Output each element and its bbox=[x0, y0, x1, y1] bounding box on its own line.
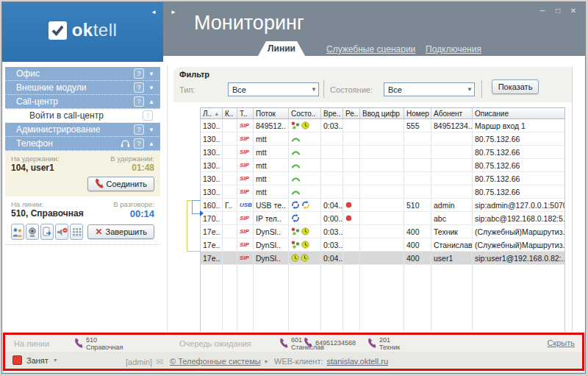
column-header[interactable]: Поток bbox=[254, 108, 289, 118]
oktell-logo: oktell bbox=[2, 2, 163, 40]
tab-connections[interactable]: Подключения bbox=[426, 44, 481, 54]
phone-systems-link[interactable]: © Телефонные системы bbox=[170, 357, 261, 366]
table-row[interactable]: 17e..SIPDynSl..0:04..400user1sip:user1@1… bbox=[201, 252, 564, 265]
status-selector[interactable]: Занят ▼ bbox=[12, 355, 58, 365]
column-header[interactable]: К.. bbox=[223, 108, 237, 118]
state-cell bbox=[289, 199, 321, 211]
column-header[interactable]: Вре.. bbox=[321, 108, 343, 118]
sidebar-item[interactable]: Администрирование?▼ bbox=[5, 123, 160, 137]
help-icon[interactable]: ? bbox=[134, 124, 144, 135]
record-cell bbox=[343, 199, 360, 211]
record-cell bbox=[343, 252, 360, 264]
connect-button[interactable]: Соединить bbox=[87, 177, 155, 191]
column-header[interactable]: Ввод цифр bbox=[360, 108, 404, 118]
table-cell bbox=[223, 159, 237, 171]
table-row[interactable]: 130..SIPmtt80.75.132.66 bbox=[201, 172, 564, 185]
sort-asc-icon: ▲ bbox=[214, 111, 219, 116]
empty-cell bbox=[431, 265, 473, 332]
state-route-icon bbox=[291, 121, 300, 130]
table-cell: (Служебный)Маршрутиз.. bbox=[473, 225, 564, 238]
record-cell bbox=[343, 172, 360, 185]
table-cell bbox=[360, 238, 404, 251]
column-header[interactable]: Т.. bbox=[237, 108, 254, 118]
sidebar-menu: Офис?▼Внешние модули?▼Call-центр?▲Войти … bbox=[5, 67, 160, 151]
table-cell: 130.. bbox=[201, 172, 223, 185]
table-cell bbox=[404, 212, 431, 224]
collapse-left-icon[interactable]: ◄ bbox=[151, 10, 157, 15]
help-icon[interactable]: ? bbox=[134, 138, 144, 149]
end-call-button[interactable]: ✕ Завершить bbox=[87, 224, 154, 239]
line-type-cell: SIP bbox=[237, 225, 254, 238]
record-icon bbox=[345, 202, 352, 208]
close-button[interactable]: ✕ bbox=[567, 6, 579, 16]
table-row[interactable]: 130..SIPmtt80.75.132.66 bbox=[201, 159, 564, 172]
column-header[interactable]: Ре.. bbox=[343, 108, 360, 118]
sidebar-item[interactable]: Офис?▼ bbox=[5, 67, 160, 81]
table-cell: 0:04.. bbox=[321, 199, 343, 211]
collapse-right-icon[interactable]: ► bbox=[171, 10, 176, 15]
state-select[interactable]: Все▼ bbox=[384, 82, 475, 96]
conference-button[interactable] bbox=[11, 224, 24, 240]
maximize-button[interactable]: □ bbox=[552, 6, 564, 16]
keypad-button[interactable] bbox=[70, 224, 83, 240]
sidebar-item[interactable]: Телефон?▲ bbox=[5, 137, 160, 151]
mute-button[interactable] bbox=[55, 224, 68, 240]
web-client-link[interactable]: stanislav.oktell.ru bbox=[327, 357, 389, 366]
table-row[interactable]: 130..SIPmtt80.75.132.66 bbox=[201, 146, 564, 159]
table-row[interactable]: 130..SIPmtt80.75.132.66 bbox=[201, 132, 564, 146]
sip-badge: SIP bbox=[240, 188, 249, 195]
table-row[interactable]: 17e..SIPDynSl..0:03..400Станислав(Служеб… bbox=[201, 238, 564, 252]
help-icon[interactable]: ? bbox=[134, 96, 144, 107]
minimize-button[interactable]: ─ bbox=[537, 6, 548, 16]
panel-divider bbox=[167, 65, 168, 333]
sidebar-item-label: Офис bbox=[16, 68, 134, 79]
table-cell bbox=[223, 252, 237, 264]
table-cell: DynSl.. bbox=[254, 225, 289, 238]
record-cell bbox=[343, 146, 360, 158]
table-cell bbox=[404, 185, 431, 198]
table-row[interactable]: 130..SIP849512..0:03..55584951234..Маршр… bbox=[201, 119, 564, 132]
column-header[interactable]: Описание bbox=[473, 108, 564, 118]
sip-badge: SIP bbox=[240, 241, 249, 248]
help-icon[interactable]: ? bbox=[134, 68, 144, 79]
table-row[interactable]: 17e..SIPDynSl..0:03..400Техник(Служебный… bbox=[201, 225, 564, 238]
state-talk-icon bbox=[291, 201, 300, 209]
empty-cell bbox=[360, 265, 404, 332]
state-clock-icon bbox=[301, 254, 309, 262]
queue-entry[interactable]: 84951234568 bbox=[304, 337, 356, 350]
filter-divider bbox=[323, 80, 324, 98]
show-button[interactable]: Показать bbox=[492, 79, 539, 94]
sidebar-item[interactable]: Внешние модули?▼ bbox=[5, 81, 160, 95]
table-cell: 160.. bbox=[201, 199, 223, 211]
column-header[interactable]: Состо.. bbox=[289, 108, 321, 118]
column-header[interactable]: Номер bbox=[404, 108, 431, 118]
sidebar-subitem[interactable]: Войти в call-центр? bbox=[5, 109, 160, 123]
webcam-button[interactable] bbox=[26, 224, 39, 240]
envelope-icon[interactable]: ✉ bbox=[156, 357, 163, 367]
column-header[interactable]: Л..▲ bbox=[201, 108, 223, 118]
tab-lines[interactable]: Линии bbox=[258, 41, 305, 56]
sidebar-item[interactable]: Call-центр?▲ bbox=[5, 95, 160, 109]
record-cell bbox=[343, 119, 360, 132]
sip-badge: SIP bbox=[240, 215, 249, 221]
state-talk-icon bbox=[291, 214, 300, 222]
empty-cell bbox=[201, 265, 223, 332]
help-icon[interactable]: ? bbox=[134, 82, 144, 93]
hide-link[interactable]: Скрыть bbox=[547, 338, 575, 347]
table-cell: Техник bbox=[431, 225, 473, 238]
table-row[interactable]: 130..SIPmtt80.75.132.66 bbox=[201, 185, 564, 199]
talk-label: В разговоре: bbox=[113, 200, 154, 208]
column-header[interactable]: Абонент bbox=[431, 108, 473, 118]
tab-service-scenarios[interactable]: Служебные сценарии bbox=[326, 44, 415, 54]
table-row[interactable]: 170..SIPIP тел..0:00..abcsip:abc@192.168… bbox=[201, 212, 564, 225]
phone-icon bbox=[74, 338, 83, 351]
queue-entry[interactable]: 201Техник bbox=[368, 337, 400, 352]
table-cell bbox=[431, 172, 473, 185]
transfer-button[interactable] bbox=[40, 224, 54, 240]
line-entry[interactable]: 510Справочная bbox=[74, 337, 123, 352]
sidebar-item-label: Call-центр bbox=[16, 96, 134, 107]
table-cell: 17e.. bbox=[201, 252, 223, 264]
type-select[interactable]: Все▼ bbox=[228, 82, 319, 96]
status-label: Занят bbox=[26, 356, 49, 365]
table-row[interactable]: 160..Г..USBUSB те..0:04..510adminsip:adm… bbox=[201, 199, 564, 212]
